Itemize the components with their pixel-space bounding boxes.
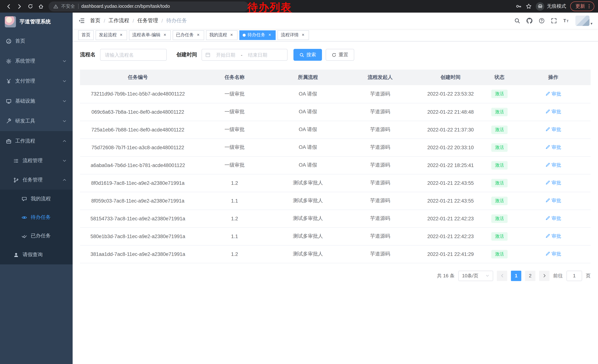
incognito-indicator[interactable]: 无痕模式 bbox=[536, 2, 566, 11]
sidebar-item-system[interactable]: 系统管理 bbox=[0, 51, 73, 71]
approve-link[interactable]: 审批 bbox=[545, 233, 561, 240]
cell-status: 激活 bbox=[483, 210, 516, 227]
approve-link[interactable]: 审批 bbox=[545, 180, 561, 186]
tab-form-edit[interactable]: 流程表单-编辑 × bbox=[129, 30, 171, 40]
sidebar-item-workflow[interactable]: 工作流程 bbox=[0, 131, 73, 151]
sidebar-item-todo-task[interactable]: 待办任务 bbox=[0, 208, 73, 226]
browser-home-button[interactable] bbox=[36, 1, 46, 11]
goto-page-input[interactable] bbox=[566, 270, 582, 281]
col-status: 状态 bbox=[483, 70, 516, 85]
close-icon[interactable]: × bbox=[162, 32, 167, 38]
end-date-input[interactable] bbox=[244, 52, 271, 57]
kebab-menu-icon[interactable] bbox=[587, 4, 592, 9]
sidebar-item-process-mgmt[interactable]: 流程管理 bbox=[0, 151, 73, 170]
tab-start-process[interactable]: 发起流程 × bbox=[96, 30, 127, 40]
approve-link[interactable]: 审批 bbox=[545, 197, 561, 204]
main-area: 首页 / 工作流程 / 任务管理 / 待办任务 ▾ bbox=[73, 13, 598, 364]
fullscreen-button[interactable] bbox=[551, 18, 557, 24]
cell-status: 激活 bbox=[483, 138, 516, 156]
browser-reload-button[interactable] bbox=[25, 1, 35, 11]
start-date-input[interactable] bbox=[212, 52, 239, 57]
reset-button[interactable]: 重置 bbox=[326, 49, 354, 61]
sidebar-item-infra[interactable]: 基础设施 bbox=[0, 91, 73, 111]
cell-created: 2022-01-21 22:43:55 bbox=[418, 192, 483, 210]
sidebar-item-task-mgmt[interactable]: 任务管理 bbox=[0, 170, 73, 190]
sidebar-collapse-button[interactable] bbox=[78, 17, 85, 24]
approve-label: 审批 bbox=[551, 197, 561, 204]
tab-home[interactable]: 首页 bbox=[78, 30, 94, 40]
date-range-picker[interactable]: - bbox=[201, 49, 288, 61]
prev-page-button[interactable] bbox=[497, 270, 507, 281]
header-search-button[interactable] bbox=[514, 18, 520, 24]
bookmark-star-button[interactable] bbox=[526, 3, 532, 9]
table-row: 069c6a63-7b8a-11ec-8ef0-acde48001122 一级审… bbox=[80, 103, 590, 121]
search-button[interactable]: 搜索 bbox=[293, 49, 322, 61]
breadcrumb-home[interactable]: 首页 bbox=[90, 17, 100, 24]
cell-actions: 审批 bbox=[516, 138, 590, 156]
tab-todo-task[interactable]: 待办任务 × bbox=[239, 30, 276, 40]
edit-icon bbox=[545, 109, 550, 114]
filter-bar: 流程名 创建时间 - 搜索 重置 bbox=[80, 49, 590, 61]
chevron-right-icon bbox=[542, 274, 546, 278]
cell-task-name: 一级审批 bbox=[196, 121, 274, 138]
approve-link[interactable]: 审批 bbox=[545, 108, 561, 115]
cell-task-name: 1.1 bbox=[196, 192, 274, 210]
approve-link[interactable]: 审批 bbox=[545, 144, 561, 151]
browser-back-button[interactable] bbox=[4, 1, 14, 11]
dashboard-icon bbox=[6, 38, 11, 44]
close-icon[interactable]: × bbox=[229, 32, 234, 38]
approve-link[interactable]: 审批 bbox=[545, 215, 561, 222]
tab-done-task[interactable]: 已办任务 × bbox=[173, 30, 204, 40]
edit-icon bbox=[545, 127, 550, 132]
user-avatar-menu[interactable]: ▾ bbox=[575, 16, 592, 26]
cell-created: 2022-01-22 21:48:48 bbox=[418, 103, 483, 121]
tab-my-process[interactable]: 我的流程 × bbox=[206, 30, 238, 40]
page-size-select[interactable]: 10条/页 bbox=[458, 270, 493, 281]
sidebar-item-label: 我的流程 bbox=[31, 195, 51, 202]
process-name-input[interactable] bbox=[100, 49, 167, 61]
approve-label: 审批 bbox=[551, 180, 561, 186]
docs-help-button[interactable] bbox=[539, 18, 545, 24]
sidebar-item-label: 流程管理 bbox=[23, 157, 43, 164]
breadcrumb-workflow[interactable]: 工作流程 bbox=[108, 17, 129, 24]
sidebar-item-home[interactable]: 首页 bbox=[0, 31, 73, 51]
warning-icon bbox=[53, 4, 58, 9]
cell-process: 测试多审批人 bbox=[274, 245, 342, 263]
font-size-button[interactable] bbox=[563, 18, 569, 24]
table-row: 75d72608-7b7f-11ec-a3c8-acde48001122 一级审… bbox=[80, 138, 590, 156]
close-icon[interactable]: × bbox=[300, 32, 306, 38]
create-time-label: 创建时间 bbox=[176, 51, 197, 58]
cell-task-name: 1.2 bbox=[196, 245, 274, 263]
sidebar-item-leave-query[interactable]: 请假查询 bbox=[0, 245, 73, 264]
cell-status: 激活 bbox=[483, 245, 516, 263]
app-logo[interactable]: 芋道管理系统 bbox=[0, 13, 73, 31]
approve-link[interactable]: 审批 bbox=[545, 126, 561, 133]
close-icon[interactable]: × bbox=[267, 32, 272, 38]
page-button-1[interactable]: 1 bbox=[511, 270, 521, 281]
tab-process-detail[interactable]: 流程详情 × bbox=[277, 30, 309, 40]
pagination: 共 16 条 10条/页 1 2 前往 页 bbox=[80, 270, 590, 281]
next-page-button[interactable] bbox=[539, 270, 549, 281]
breadcrumb-task-mgmt[interactable]: 任务管理 bbox=[137, 17, 158, 24]
sidebar-item-devtools[interactable]: 研发工具 bbox=[0, 111, 73, 131]
chrome-update-button[interactable]: 更新 bbox=[570, 1, 594, 11]
approve-link[interactable]: 审批 bbox=[545, 162, 561, 169]
address-bar[interactable]: 不安全 dashboard.yudao.iocoder.cn/bpm/task/… bbox=[49, 1, 249, 11]
github-link[interactable] bbox=[526, 18, 532, 24]
question-icon bbox=[539, 18, 545, 24]
status-badge: 激活 bbox=[491, 179, 507, 187]
sidebar: 芋道管理系统 首页 系统管理 支付管理 bbox=[0, 13, 73, 364]
close-icon[interactable]: × bbox=[196, 32, 201, 38]
sidebar-item-payment[interactable]: 支付管理 bbox=[0, 71, 73, 91]
table-header-row: 任务编号 任务名称 所属流程 流程发起人 创建时间 状态 操作 bbox=[80, 70, 590, 85]
status-badge: 激活 bbox=[491, 161, 507, 170]
password-key-button[interactable] bbox=[516, 3, 522, 9]
approve-link[interactable]: 审批 bbox=[545, 90, 561, 97]
page-button-2[interactable]: 2 bbox=[525, 270, 535, 281]
approve-link[interactable]: 审批 bbox=[545, 251, 561, 257]
sidebar-item-done-task[interactable]: 已办任务 bbox=[0, 226, 73, 245]
browser-forward-button[interactable] bbox=[15, 1, 25, 11]
sidebar-item-my-process[interactable]: 我的流程 bbox=[0, 190, 73, 208]
briefcase-icon bbox=[6, 138, 11, 144]
close-icon[interactable]: × bbox=[119, 32, 124, 38]
